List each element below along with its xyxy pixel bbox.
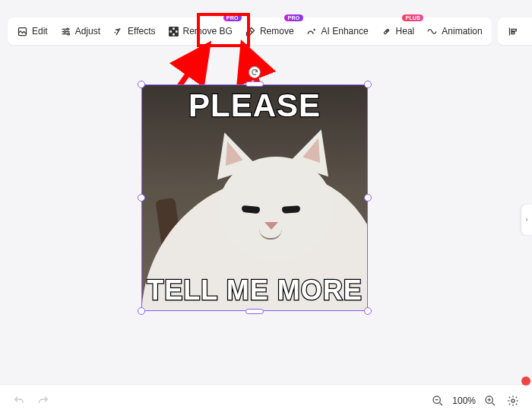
- zoom-in-button[interactable]: [482, 392, 499, 409]
- remove-bg-icon: [168, 26, 179, 37]
- remove-bg-button[interactable]: Remove BG PRO: [162, 19, 239, 43]
- resize-handle-tr[interactable]: [364, 81, 372, 88]
- adjust-label: Adjust: [75, 26, 100, 37]
- tool-group-right: [498, 17, 532, 45]
- svg-point-18: [511, 399, 515, 402]
- top-toolbar: Edit Adjust Effects Remove BG PRO: [8, 17, 524, 45]
- svg-point-3: [68, 33, 70, 35]
- animation-button[interactable]: Animation: [420, 19, 488, 43]
- resize-handle-tl[interactable]: [138, 81, 145, 88]
- resize-handle-bl[interactable]: [138, 307, 145, 315]
- resize-handle-ml[interactable]: [138, 194, 145, 202]
- pro-badge: PRO: [284, 14, 302, 21]
- animation-label: Animation: [442, 26, 482, 37]
- effects-label: Effects: [128, 26, 155, 37]
- selection-frame: [141, 84, 368, 311]
- adjust-button[interactable]: Adjust: [54, 19, 106, 43]
- rotate-handle[interactable]: [249, 66, 261, 78]
- ai-enhance-label: AI Enhance: [321, 26, 369, 37]
- svg-rect-9: [175, 33, 178, 36]
- svg-rect-8: [169, 33, 172, 36]
- canvas-stage[interactable]: PLEASE TELL ME MORE: [0, 55, 532, 384]
- edit-icon: [17, 26, 28, 37]
- redo-button[interactable]: [35, 392, 52, 409]
- adjust-icon: [60, 26, 71, 37]
- animation-icon: [426, 26, 438, 37]
- ai-enhance-icon: [306, 26, 318, 37]
- svg-point-2: [64, 30, 66, 33]
- heal-icon: [381, 26, 392, 37]
- undo-button[interactable]: [11, 392, 27, 409]
- selected-image[interactable]: PLEASE TELL ME MORE: [141, 84, 368, 311]
- expand-panel-handle[interactable]: [521, 205, 532, 235]
- zoom-out-button[interactable]: [429, 392, 446, 409]
- eraser-button[interactable]: [527, 19, 532, 43]
- remove-button[interactable]: Remove PRO: [239, 19, 300, 43]
- resize-handle-top[interactable]: [245, 81, 264, 87]
- edit-button[interactable]: Edit: [11, 19, 54, 43]
- edit-label: Edit: [32, 26, 48, 37]
- remove-bg-label: Remove BG: [183, 26, 233, 37]
- align-icon: [508, 26, 519, 37]
- align-button[interactable]: [501, 19, 527, 43]
- resize-handle-br[interactable]: [364, 307, 372, 315]
- ai-enhance-button[interactable]: AI Enhance: [300, 19, 375, 43]
- settings-button[interactable]: [505, 392, 521, 409]
- record-indicator: [521, 376, 530, 386]
- effects-icon: [112, 26, 124, 37]
- zoom-value: 100%: [452, 395, 476, 406]
- resize-handle-bottom[interactable]: [245, 309, 264, 314]
- remove-icon: [245, 26, 256, 37]
- svg-point-1: [66, 28, 68, 30]
- tool-group-main: Edit Adjust Effects Remove BG PRO: [8, 17, 492, 45]
- bottom-bar: 100%: [0, 384, 532, 416]
- resize-handle-mr[interactable]: [364, 194, 372, 202]
- remove-label: Remove: [260, 26, 294, 37]
- zoom-controls: 100%: [429, 392, 521, 409]
- heal-label: Heal: [396, 26, 415, 37]
- heal-button[interactable]: Heal PLUS: [375, 19, 421, 43]
- effects-button[interactable]: Effects: [106, 19, 161, 43]
